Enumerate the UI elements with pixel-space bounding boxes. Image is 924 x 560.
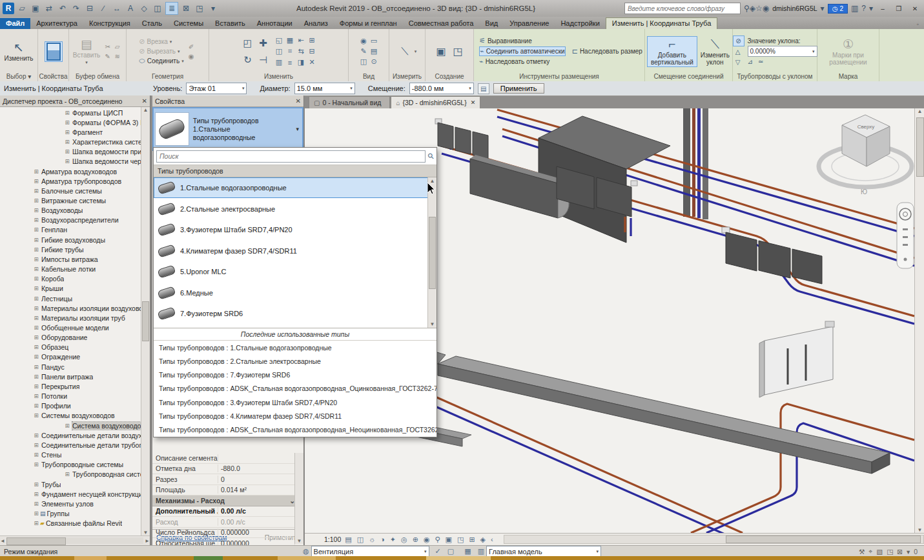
recent-type-item[interactable]: Типы трубопроводов : 1.Стальные водогазо… [154,341,436,354]
crop-region-icon[interactable]: ◎ [401,535,407,544]
viewport-hscrollbar[interactable] [504,535,924,544]
minimize-button[interactable]: – [876,3,889,14]
expand-icon[interactable] [32,432,40,439]
properties-close-icon[interactable]: ✕ [296,97,301,105]
expand-icon[interactable] [32,491,40,497]
property-row[interactable]: Площадь 0.014 м² [152,485,295,496]
modify-tool-icon[interactable]: ⇤ [296,35,307,46]
active-workset-combo[interactable]: Вентиляция▾ [311,546,429,557]
tree-item[interactable]: Балочные системы [0,186,150,195]
slope-value-combo[interactable]: 0.0000%▾ [748,46,817,57]
modify-tool-icon[interactable]: ◰ [240,35,256,52]
tree-item[interactable]: ▤ Группы [0,508,150,518]
expand-icon[interactable] [32,383,40,390]
selection-count[interactable]: 0 [914,548,918,555]
tree-item[interactable]: Соединительные детали трубопровод [0,440,150,450]
worksharing-status-icon[interactable]: ⚒ [859,548,865,555]
pipe-type-item[interactable]: 2.Стальные электросварные [154,198,436,219]
pipe-type-item[interactable]: 1.Стальные водогазопроводные [154,177,436,199]
expand-icon[interactable] [32,168,40,175]
expand-icon[interactable] [32,403,40,409]
constraints-icon[interactable]: ◈ [480,535,486,544]
modify-tool-icon[interactable]: ⊣ [256,52,271,68]
gray-inactive-icon[interactable]: ▢ [447,547,454,555]
drag-select-icon[interactable]: ⊠ [897,548,903,555]
expand-icon[interactable] [32,285,40,292]
help-caret-icon[interactable]: ▾ [869,4,873,13]
add-vertical-button[interactable]: ⌐ Добавить вертикальный [647,36,697,67]
expand-icon[interactable] [32,393,40,399]
main-model-icon[interactable]: ▥ [478,547,484,555]
ribbon-tab[interactable]: Сталь [136,18,168,29]
help-icon[interactable]: ? [861,4,866,13]
expand-icon[interactable] [32,266,40,272]
expand-icon[interactable] [63,139,71,145]
pipe-type-item[interactable]: 3.Фузиотерм Штаби SRD7,4/PN20 [154,219,436,241]
ribbon-tab[interactable]: Формы и генплан [334,18,403,29]
tree-item[interactable]: Трубы [0,479,150,489]
expand-icon[interactable] [32,256,40,263]
back-icon[interactable]: ‹ [491,535,493,544]
measure-icon[interactable]: ⟍ [398,46,412,57]
paste-button[interactable]: ▤ Вставить▾ [73,37,100,66]
placement-tool-button[interactable]: ⌁Наследовать отметку [479,57,566,66]
browser-hscrollbar[interactable]: ◄► [0,535,150,545]
expand-icon[interactable] [32,315,40,321]
expand-icon[interactable] [32,354,40,360]
modify-tool-icon[interactable]: ⊟ [307,46,318,57]
tree-item[interactable]: Воздухораспределители [0,215,150,225]
viewport-vscrollbar[interactable]: ▲▼ [914,108,924,533]
expand-icon[interactable] [63,110,71,116]
render-icon[interactable]: ✦ [390,535,396,544]
ribbon-tab[interactable]: Конструкция [83,18,136,29]
visual-style-icon[interactable]: ◫ [357,535,364,544]
lock-offset-icon[interactable]: ▤ [478,83,489,94]
slope-extra-icon[interactable]: ≃ [758,58,763,65]
view-tool-icon[interactable]: ▭ [369,36,379,46]
a360-icon[interactable]: ◈ [750,4,755,13]
modify-tool-icon[interactable]: ✚ [256,35,271,52]
property-row[interactable]: Описание сегмента [152,453,295,464]
property-row[interactable]: Механизмы - Расход ⌄ [152,495,295,506]
expand-icon[interactable] [63,119,71,126]
type-selector[interactable]: Типы трубопроводов 1.Стальные водогазопр… [152,107,303,151]
app-store-icon[interactable]: ▥ [851,4,858,13]
view-tool-icon[interactable]: ✎ [358,46,369,57]
expand-icon[interactable] [32,412,40,419]
geometry-tool-button[interactable]: ⊘Врезка▾ [139,37,183,46]
expand-icon[interactable] [32,364,40,370]
tree-item[interactable]: Гибкие трубы [0,245,150,254]
ribbon-tab[interactable]: Вид [479,18,504,29]
clipboard-tool-icon[interactable]: ≋ [112,52,122,61]
restore-button[interactable]: ❒ [892,3,905,14]
design-option-combo[interactable]: Главная модель▾ [486,546,601,557]
tree-item[interactable]: Профили [0,401,150,411]
select-link-icon[interactable]: ▧ [876,548,883,555]
modify-tool-icon[interactable]: ⇆ [296,46,307,57]
tree-item[interactable]: Лестницы [0,294,150,303]
measure-icon[interactable]: ∕ [98,3,109,14]
modify-tool-icon[interactable]: ◨ [296,57,307,68]
browser-vscrollbar[interactable]: ▲▼ [141,107,150,535]
expand-icon[interactable] [32,217,40,223]
type-selector-caret-icon[interactable]: ▾ [296,126,301,132]
modify-button[interactable]: ↖ Изменить [4,41,33,62]
tree-item[interactable]: Форматы (ФОРМА 3) ЦИСП [0,117,150,127]
clipboard-tool-icon[interactable]: ✂ [103,42,112,52]
clipboard-tool-icon[interactable]: ▱ [112,42,122,52]
editable-only-icon[interactable]: ✓ [435,547,441,555]
pipe-type-item[interactable]: 5.Uponor MLC [154,261,436,283]
expand-icon[interactable] [32,510,40,517]
expand-icon[interactable] [32,246,40,253]
crop-view-icon[interactable]: ▤ [345,535,351,544]
revit-logo[interactable]: R [3,3,14,14]
tree-item[interactable]: Характеристика систем. Вытяжные [0,137,150,146]
tag-on-placement-button[interactable]: ① Марки при размещении [819,37,877,66]
tree-item[interactable]: Системы воздуховодов [0,411,150,421]
signed-in-user[interactable]: dmishin6RG5L [772,5,817,12]
view-tab[interactable]: ⌂ {3D - dmishin6RG5L} ✕ [391,96,480,108]
recent-type-item[interactable]: Типы трубопроводов : 3.Фузиотерм Штаби S… [154,395,436,409]
modify-tool-icon[interactable]: ≡ [285,57,296,68]
switch-windows-icon[interactable]: ◳ [194,3,205,14]
geometry-tool-button[interactable]: ⊘Вырезать▾ [139,47,183,55]
